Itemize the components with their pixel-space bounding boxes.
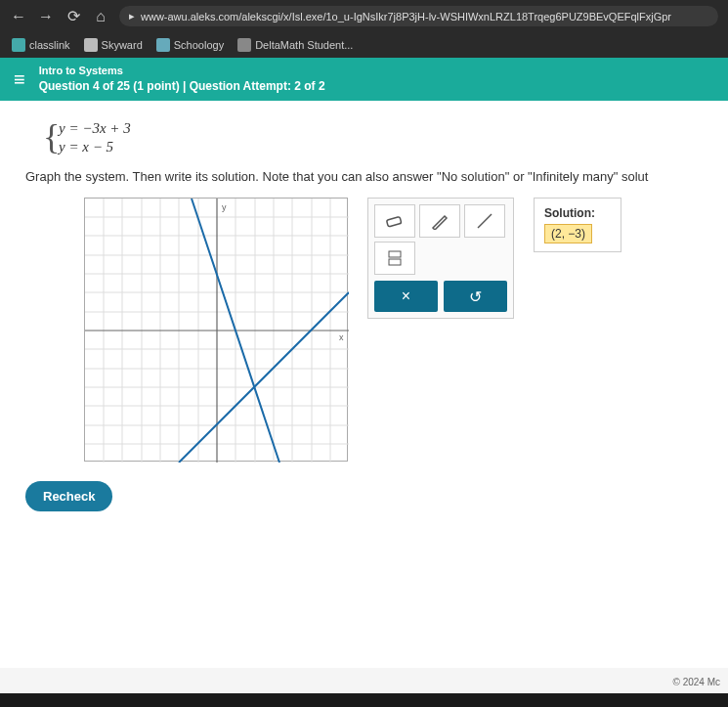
fraction-tool[interactable] [374, 242, 415, 275]
svg-line-27 [179, 292, 349, 463]
back-icon[interactable]: ← [10, 8, 27, 25]
pencil-tool[interactable] [419, 204, 460, 238]
menu-icon[interactable]: ≡ [14, 68, 25, 91]
equation-system: y = −3x + 3 y = x − 5 [43, 120, 703, 155]
line-tool[interactable] [464, 204, 505, 238]
tool-palette: × ↺ [367, 198, 514, 319]
reload-icon[interactable]: ⟳ [64, 7, 82, 25]
question-header: ≡ Intro to Systems Question 4 of 25 (1 p… [0, 58, 728, 101]
reset-button[interactable]: ↺ [444, 281, 507, 312]
svg-rect-32 [389, 251, 401, 257]
url-bar[interactable]: ▸ www-awu.aleks.com/alekscgi/x/Isl.exe/1… [119, 6, 718, 26]
browser-toolbar: ← → ⟳ ⌂ ▸ www-awu.aleks.com/alekscgi/x/I… [0, 0, 728, 32]
clear-button[interactable]: × [374, 281, 438, 312]
svg-line-31 [478, 214, 492, 228]
app-container: ≡ Intro to Systems Question 4 of 25 (1 p… [0, 58, 728, 693]
schoology-icon [156, 38, 170, 52]
content-area: y = −3x + 3 y = x − 5 Graph the system. … [0, 101, 728, 668]
topic-title: Intro to Systems [39, 64, 325, 78]
bookmarks-bar: classlink Skyward Schoology DeltaMath St… [0, 32, 728, 58]
equation-2: y = x − 5 [59, 139, 703, 155]
bookmark-classlink[interactable]: classlink [12, 38, 70, 52]
solution-label: Solution: [544, 206, 611, 220]
bookmark-deltamath[interactable]: DeltaMath Student... [237, 38, 353, 52]
classlink-icon [12, 38, 25, 52]
bookmark-skyward[interactable]: Skyward [84, 38, 143, 52]
svg-text:x: x [339, 332, 344, 342]
recheck-button[interactable]: Recheck [25, 481, 112, 511]
eraser-tool[interactable] [374, 204, 415, 238]
lock-icon: ▸ [129, 10, 135, 22]
skyward-icon [84, 38, 98, 52]
copyright: © 2024 Mc [672, 677, 720, 687]
forward-icon[interactable]: → [37, 8, 55, 25]
graph-canvas[interactable]: y x [84, 198, 348, 462]
solution-box: Solution: (2, −3) [534, 198, 621, 252]
bookmark-schoology[interactable]: Schoology [156, 38, 224, 52]
svg-rect-30 [386, 217, 401, 227]
svg-rect-33 [389, 259, 401, 265]
url-text: www-awu.aleks.com/alekscgi/x/Isl.exe/1o_… [141, 11, 671, 22]
home-icon[interactable]: ⌂ [92, 8, 109, 25]
equation-1: y = −3x + 3 [59, 120, 703, 137]
solution-value[interactable]: (2, −3) [544, 224, 592, 243]
question-line: Question 4 of 25 (1 point) | Question At… [39, 78, 325, 95]
deltamath-icon [237, 38, 251, 52]
svg-text:y: y [222, 202, 227, 212]
instruction-text: Graph the system. Then write its solutio… [25, 169, 703, 184]
